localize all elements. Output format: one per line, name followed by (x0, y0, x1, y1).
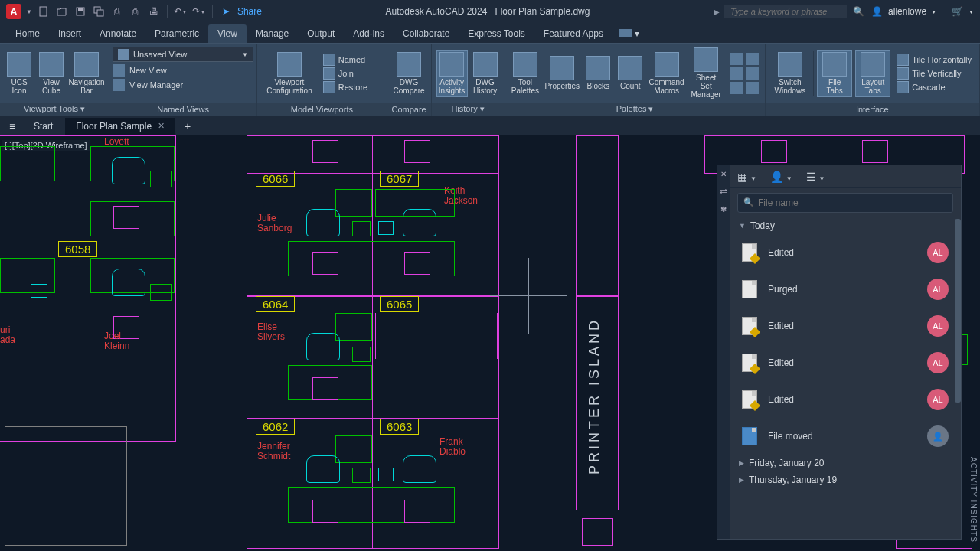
panel-title-label: ACTIVITY INSIGHTS (969, 457, 978, 543)
tab-output[interactable]: Output (298, 24, 344, 43)
dwg-history-button[interactable]: DWG History (471, 51, 500, 96)
activity-item[interactable]: EditedAL (730, 344, 961, 381)
saveas-icon[interactable] (92, 5, 106, 18)
app-icon[interactable]: A (6, 4, 21, 19)
palette-small-5[interactable] (730, 82, 743, 94)
panel-search-input[interactable] (737, 193, 953, 213)
group-history[interactable]: History ▾ (432, 103, 505, 116)
room-6062: 6062 (256, 419, 295, 435)
panel-dock-icon[interactable]: ⮂ (720, 187, 727, 196)
group-named-views: Named Views (109, 103, 256, 116)
group-friday[interactable]: ▶Friday, January 20 (730, 455, 961, 471)
user-icon[interactable]: 👤 (870, 5, 884, 18)
publish-icon[interactable]: ⎙ (110, 5, 124, 18)
file-tab-bar: ≡ Start Floor Plan Sample✕ + (0, 116, 980, 135)
tab-collaborate[interactable]: Collaborate (394, 24, 459, 43)
vp-restore-button[interactable]: Restore (323, 81, 368, 93)
panel-user-icon[interactable]: 👤 ▼ (770, 171, 792, 183)
vp-join-button[interactable]: Join (323, 67, 368, 80)
activity-item[interactable]: EditedAL (730, 381, 961, 418)
drawing-menu-icon[interactable]: ≡ (3, 120, 21, 132)
properties-button[interactable]: Properties (544, 54, 580, 92)
user-name[interactable]: allenlowe (888, 6, 926, 17)
search-icon[interactable]: 🔍 (851, 5, 865, 18)
new-icon[interactable] (37, 5, 51, 18)
palette-small-6[interactable] (746, 82, 759, 94)
drawing-canvas[interactable]: [-][Top][2D Wireframe] 6058 Lovett uri a… (0, 135, 980, 551)
panel-list-icon[interactable]: ☰ ▼ (806, 171, 825, 183)
activity-item[interactable]: File moved👤 (730, 418, 961, 455)
viewcube-button[interactable]: View Cube (37, 51, 66, 96)
tab-home[interactable]: Home (6, 24, 49, 43)
tab-manage[interactable]: Manage (247, 24, 298, 43)
view-manager-button[interactable]: View Manager (113, 79, 253, 91)
close-tab-icon[interactable]: ✕ (158, 121, 165, 131)
activity-insights-panel: ✕ ⮂ ✽ ▦ ▼ 👤 ▼ ☰ ▼ 🔍 ▼Today EditedAL Purg… (717, 165, 962, 540)
name-joel: Joel Kleinn (104, 331, 129, 351)
viewport-config-button[interactable]: Viewport Configuration (262, 51, 316, 96)
blocks-button[interactable]: Blocks (583, 54, 612, 92)
printer-island-label: PRINTER ISLAND (586, 318, 603, 474)
palette-small-4[interactable] (746, 67, 759, 80)
redo-icon[interactable]: ↷▼ (192, 5, 206, 18)
tool-palettes-button[interactable]: Tool Palettes (510, 51, 541, 96)
menu-bar: Home Insert Annotate Parametric View Man… (0, 23, 980, 43)
group-today[interactable]: ▼Today (730, 217, 961, 234)
cascade-button[interactable]: Cascade (897, 81, 972, 93)
svg-rect-0 (40, 7, 47, 16)
tab-parametric[interactable]: Parametric (145, 24, 208, 43)
save-icon[interactable] (74, 5, 87, 18)
palette-small-3[interactable] (730, 67, 743, 80)
title-bar: A ▼ ⎙ ⎙ 🖶 ↶▼ ↷▼ ➤ Share Autodesk AutoCAD… (0, 0, 980, 23)
tile-horiz-button[interactable]: Tile Horizontally (897, 54, 972, 66)
group-viewport-tools[interactable]: Viewport Tools ▾ (0, 103, 109, 116)
ucs-icon-button[interactable]: UCS Icon (5, 51, 34, 96)
new-view-button[interactable]: New View (113, 64, 253, 77)
share-icon[interactable]: ➤ (219, 5, 233, 18)
activity-item[interactable]: EditedAL (730, 234, 961, 271)
panel-scrollbar[interactable] (955, 219, 961, 403)
name-uri: uri ada (0, 325, 15, 345)
activity-item[interactable]: PurgedAL (730, 271, 961, 308)
new-tab-icon[interactable]: + (177, 117, 198, 135)
tab-view[interactable]: View (208, 24, 247, 43)
tab-featured[interactable]: Featured Apps (534, 24, 612, 43)
palette-small-2[interactable] (746, 53, 759, 65)
group-palettes[interactable]: Palettes ▾ (505, 103, 765, 116)
undo-icon[interactable]: ↶▼ (174, 5, 188, 18)
dwg-compare-button[interactable]: DWG Compare (392, 51, 426, 96)
tab-file-active[interactable]: Floor Plan Sample✕ (65, 118, 175, 135)
command-macros-button[interactable]: Command Macros (648, 51, 685, 96)
panel-settings-icon[interactable]: ✽ (720, 205, 727, 214)
palette-small-1[interactable] (730, 53, 743, 65)
count-button[interactable]: Count (616, 54, 645, 92)
tab-express[interactable]: Express Tools (459, 24, 534, 43)
plot-icon[interactable]: ⎙ (129, 5, 142, 18)
sheetset-button[interactable]: Sheet Set Manager (688, 46, 724, 100)
panel-grid-icon[interactable]: ▦ ▼ (737, 171, 756, 183)
print-icon[interactable]: 🖶 (147, 5, 161, 18)
tab-start[interactable]: Start (23, 118, 64, 135)
tab-insert[interactable]: Insert (49, 24, 90, 43)
help-search-input[interactable] (724, 5, 847, 18)
svg-rect-2 (78, 8, 83, 11)
share-link[interactable]: Share (237, 6, 262, 17)
file-tabs-button[interactable]: File Tabs (817, 50, 852, 97)
layout-tabs-button[interactable]: Layout Tabs (855, 50, 890, 97)
room-6067: 6067 (380, 171, 419, 187)
tile-vert-button[interactable]: Tile Vertically (897, 67, 972, 80)
open-icon[interactable] (55, 5, 69, 18)
cart-icon[interactable]: 🛒 (950, 5, 964, 18)
view-dropdown[interactable]: Unsaved View▼ (113, 47, 253, 62)
navbar-button[interactable]: Navigation Bar (69, 51, 104, 96)
tab-annotate[interactable]: Annotate (90, 24, 145, 43)
tab-addins[interactable]: Add-ins (344, 24, 394, 43)
activity-insights-button[interactable]: Activity Insights (436, 50, 468, 97)
room-6065: 6065 (380, 296, 419, 312)
panel-close-icon[interactable]: ✕ (720, 170, 727, 178)
tab-extra[interactable]: ▾ (612, 24, 645, 43)
switch-windows-button[interactable]: Switch Windows (770, 51, 811, 96)
group-thursday[interactable]: ▶Thursday, January 19 (730, 471, 961, 488)
activity-item[interactable]: EditedAL (730, 308, 961, 344)
vp-named-button[interactable]: Named (323, 54, 368, 66)
